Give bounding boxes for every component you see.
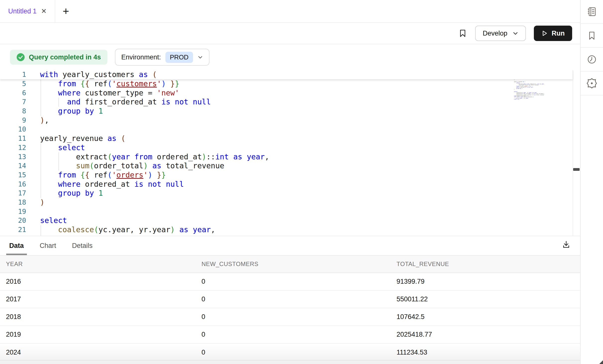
editor-line[interactable]: 6 where customer_type = 'new': [0, 89, 573, 98]
results-tab-data[interactable]: Data: [8, 236, 25, 255]
indent-guide: [41, 180, 41, 189]
results-tab-chart[interactable]: Chart: [39, 236, 57, 255]
download-icon[interactable]: [561, 240, 571, 250]
bookmark-icon[interactable]: [581, 24, 603, 48]
editor-line[interactable]: 8 group by 1: [0, 107, 573, 116]
table-row: 20180107642.5: [0, 308, 580, 326]
editor-line[interactable]: 1with yearly_customers as (: [0, 70, 157, 79]
table-cell: 0: [196, 349, 391, 356]
indent-guide: [41, 152, 41, 162]
code-text: ): [40, 198, 45, 207]
editor-line[interactable]: 20select: [0, 216, 573, 225]
indent-guide: [41, 107, 41, 116]
code-text: yearly_revenue as (: [40, 134, 125, 143]
bookmark-icon[interactable]: [458, 29, 467, 38]
right-icon-sidebar: [580, 0, 603, 364]
run-label: Run: [552, 30, 565, 37]
editor-line[interactable]: 19: [0, 207, 573, 216]
line-number: 9: [0, 116, 40, 125]
indent-guide: [41, 143, 41, 152]
develop-button[interactable]: Develop: [475, 26, 526, 41]
check-circle-icon: [16, 53, 25, 61]
line-number: 20: [0, 216, 40, 225]
line-number: 17: [0, 189, 40, 198]
table-cell: 2018: [0, 313, 196, 321]
line-number: 11: [0, 134, 40, 143]
indent-guide: [41, 189, 41, 198]
table-row: 201902025418.77: [0, 326, 580, 344]
code-text: group by 1: [40, 189, 103, 198]
editor-line[interactable]: 7 and first_ordered_at is not null: [0, 97, 573, 107]
line-number: 12: [0, 143, 40, 152]
table-body: 2016091399.7920170550011.2220180107642.5…: [0, 273, 580, 361]
editor-lines[interactable]: 5 from {{ ref('customers') }}6 where cus…: [0, 79, 573, 236]
editor-line[interactable]: 14 sum(order_total) as total_revenue: [0, 161, 573, 171]
play-icon: [541, 30, 548, 37]
table-row: 2016091399.79: [0, 273, 580, 291]
table-cell: 2025418.77: [391, 331, 580, 338]
table-cell: 0: [196, 331, 391, 338]
results-tabs: DataChartDetails: [0, 236, 580, 255]
main-area: Untitled 1 ✕ + Develop Run: [0, 0, 580, 364]
table-row: 20240111234.53: [0, 344, 580, 361]
table-cell: 2017: [0, 295, 196, 303]
table-cell: 2024: [0, 349, 196, 356]
notebook-icon[interactable]: [581, 0, 603, 24]
editor-line[interactable]: 5 from {{ ref('customers') }}: [0, 79, 573, 89]
chevron-down-icon: [512, 30, 518, 36]
editor-line[interactable]: 12 select: [0, 143, 573, 152]
run-button[interactable]: Run: [534, 26, 572, 41]
editor-line[interactable]: 18): [0, 198, 573, 207]
editor-line[interactable]: 21 coalesce(yc.year, yr.year) as year,: [0, 225, 573, 234]
code-text: sum(order_total) as total_revenue: [40, 161, 224, 171]
indent-guide: [41, 161, 41, 171]
dbt-logo-icon[interactable]: [581, 72, 603, 95]
editor-line[interactable]: 15 from {{ ref('orders') }}: [0, 171, 573, 180]
code-text: with yearly_customers as (: [40, 70, 157, 79]
environment-selector[interactable]: Environment: PROD: [115, 49, 209, 66]
code-text: where customer_type = 'new': [40, 89, 179, 98]
line-number: 21: [0, 225, 40, 234]
line-number: 18: [0, 198, 40, 207]
query-status-badge: Query completed in 4s: [10, 50, 107, 65]
editor-line[interactable]: 13 extract(year from ordered_at)::int as…: [0, 152, 573, 162]
editor-line[interactable]: 17 group by 1: [0, 189, 573, 198]
table-cell: 107642.5: [391, 313, 580, 321]
code-text: select: [40, 216, 67, 225]
resize-grip[interactable]: [599, 360, 603, 364]
indent-guide: [41, 89, 41, 98]
toolbar: Develop Run: [0, 23, 580, 44]
line-number: 15: [0, 171, 40, 180]
tab-untitled-1[interactable]: Untitled 1 ✕: [0, 0, 55, 22]
history-clock-icon[interactable]: [581, 48, 603, 72]
indent-guide: [41, 97, 41, 107]
line-number: 13: [0, 152, 40, 162]
line-number: 19: [0, 207, 40, 216]
table-row: 20170550011.22: [0, 291, 580, 308]
editor-line[interactable]: 9),: [0, 116, 573, 125]
code-editor[interactable]: 5 from {{ ref('customers') }}6 where cus…: [0, 70, 580, 236]
column-header: NEW_CUSTOMERS: [196, 261, 391, 268]
code-text: coalesce(yc.year, yr.year) as year,: [40, 225, 215, 234]
editor-line[interactable]: 10: [0, 125, 573, 134]
close-icon[interactable]: ✕: [41, 8, 47, 15]
editor-scrollbar-thumb[interactable]: [573, 168, 580, 171]
column-header: YEAR: [0, 261, 196, 268]
line-number: 14: [0, 161, 40, 171]
line-number: 5: [0, 79, 40, 89]
editor-sticky-line[interactable]: 1with yearly_customers as (: [0, 70, 573, 79]
line-number: 7: [0, 97, 40, 107]
editor-scrollbar-track: [573, 70, 573, 236]
indent-guide: [41, 171, 41, 180]
editor-line[interactable]: 16 where ordered_at is not null: [0, 180, 573, 189]
status-bar: Query completed in 4s Environment: PROD: [0, 44, 580, 70]
new-tab-button[interactable]: +: [63, 6, 69, 17]
editor-line[interactable]: 11yearly_revenue as (: [0, 134, 573, 143]
code-text: where ordered_at is not null: [40, 180, 184, 189]
column-header: TOTAL_REVENUE: [391, 261, 580, 268]
indent-guide: [41, 79, 41, 89]
results-tab-details[interactable]: Details: [71, 236, 94, 255]
horizontal-scrollbar[interactable]: [0, 360, 580, 364]
chevron-down-icon: [198, 54, 203, 60]
table-cell: 91399.79: [391, 278, 580, 285]
